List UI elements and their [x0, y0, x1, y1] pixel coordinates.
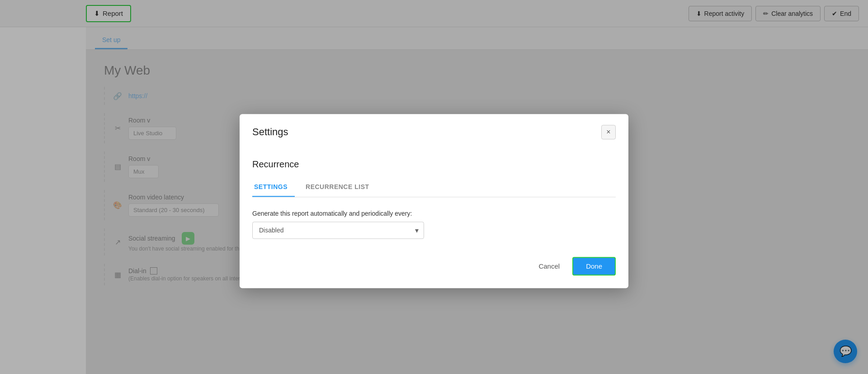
settings-modal: Settings × Recurrence SETTINGS RECURRENC…: [240, 114, 628, 288]
modal-header: Settings ×: [240, 114, 628, 147]
close-icon: ×: [606, 128, 610, 136]
recurrence-select[interactable]: Disabled Daily Weekly Monthly: [252, 222, 424, 239]
generate-label: Generate this report automatically and p…: [252, 210, 616, 217]
modal-tabs: SETTINGS RECURRENCE LIST: [252, 179, 616, 197]
modal-title: Settings: [252, 126, 288, 138]
tab-settings[interactable]: SETTINGS: [252, 179, 295, 197]
modal-close-button[interactable]: ×: [601, 125, 616, 139]
done-button[interactable]: Done: [572, 257, 616, 275]
recurrence-title: Recurrence: [252, 159, 616, 170]
modal-footer: Cancel Done: [240, 248, 628, 288]
recurrence-select-wrapper: Disabled Daily Weekly Monthly: [252, 222, 424, 239]
cancel-button[interactable]: Cancel: [531, 259, 567, 274]
tab-recurrence-list[interactable]: RECURRENCE LIST: [304, 179, 377, 197]
modal-body: Recurrence SETTINGS RECURRENCE LIST Gene…: [240, 147, 628, 248]
